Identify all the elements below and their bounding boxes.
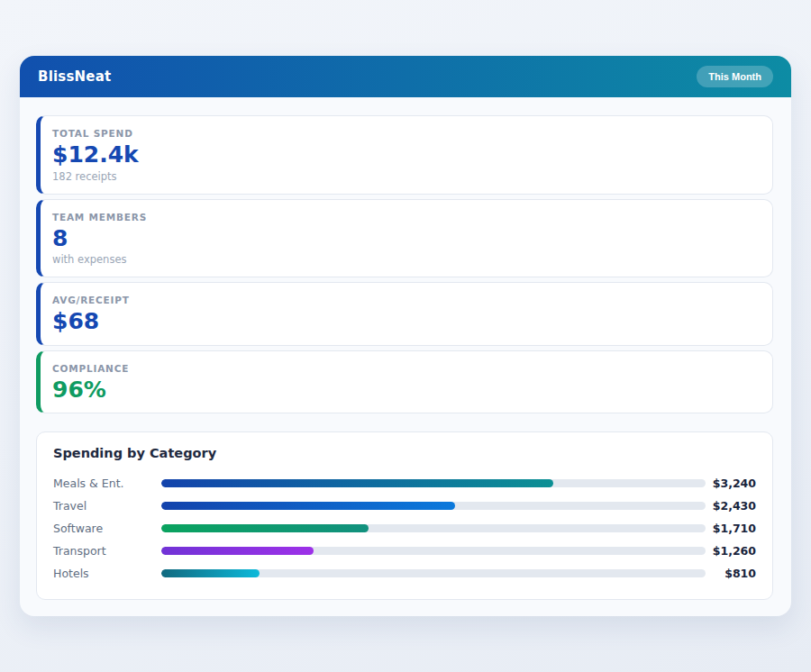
category-bars: Meals & Ent.$3,240Travel$2,430Software$1… (53, 472, 756, 585)
chart-bar-fill (161, 524, 369, 532)
chart-bar-fill (161, 547, 314, 555)
chart-value-label: $2,430 (706, 499, 756, 513)
stat-label: COMPLIANCE (52, 363, 758, 374)
chart-value-label: $1,710 (706, 522, 756, 535)
chart-category-label: Travel (53, 499, 161, 513)
stat-label: TEAM MEMBERS (52, 212, 758, 222)
stat-label: TOTAL SPEND (52, 128, 758, 139)
chart-bar-track (161, 547, 706, 555)
stats-list: TOTAL SPEND$12.4k182 receiptsTEAM MEMBER… (36, 115, 773, 413)
chart-bar-fill (161, 479, 553, 487)
chart-bar-track (161, 502, 706, 510)
chart-category-label: Meals & Ent. (53, 477, 161, 490)
stat-card-team-members: TEAM MEMBERS8with expenses (36, 199, 773, 278)
app-content: TOTAL SPEND$12.4k182 receiptsTEAM MEMBER… (20, 97, 791, 616)
spending-card-title: Spending by Category (53, 446, 756, 460)
chart-row-hotels: Hotels$810 (53, 562, 756, 585)
stat-card-avg-receipt: AVG/RECEIPT$68 (36, 282, 773, 346)
chart-row-travel: Travel$2,430 (53, 495, 756, 517)
stat-card-compliance: COMPLIANCE96% (36, 350, 773, 414)
chart-value-label: $3,240 (706, 477, 756, 490)
app-card: BlissNeat This Month TOTAL SPEND$12.4k18… (20, 56, 791, 616)
chart-row-transport: Transport$1,260 (53, 540, 756, 562)
chart-bar-track (161, 479, 706, 487)
chart-bar-fill (161, 569, 260, 577)
stat-label: AVG/RECEIPT (52, 295, 758, 305)
stat-value: 96% (52, 377, 758, 403)
stat-value: 8 (52, 226, 758, 251)
chart-bar-track (161, 569, 706, 577)
chart-row-software: Software$1,710 (53, 517, 756, 540)
chart-value-label: $1,260 (706, 544, 756, 558)
app-header: BlissNeat This Month (20, 56, 791, 97)
chart-category-label: Hotels (53, 567, 161, 580)
chart-bar-track (161, 524, 706, 532)
stat-subtitle: 182 receipts (52, 170, 758, 183)
chart-category-label: Transport (53, 544, 161, 558)
chart-category-label: Software (53, 522, 161, 535)
chart-value-label: $810 (706, 567, 756, 580)
spending-by-category-card: Spending by Category Meals & Ent.$3,240T… (36, 431, 773, 600)
stat-value: $68 (52, 309, 758, 334)
app-title: BlissNeat (38, 68, 111, 85)
period-badge[interactable]: This Month (697, 66, 773, 87)
stat-subtitle: with expenses (52, 253, 758, 266)
chart-bar-fill (161, 502, 455, 510)
stat-card-total-spend: TOTAL SPEND$12.4k182 receipts (36, 115, 773, 195)
stat-value: $12.4k (52, 142, 758, 168)
chart-row-meals-ent: Meals & Ent.$3,240 (53, 472, 756, 495)
